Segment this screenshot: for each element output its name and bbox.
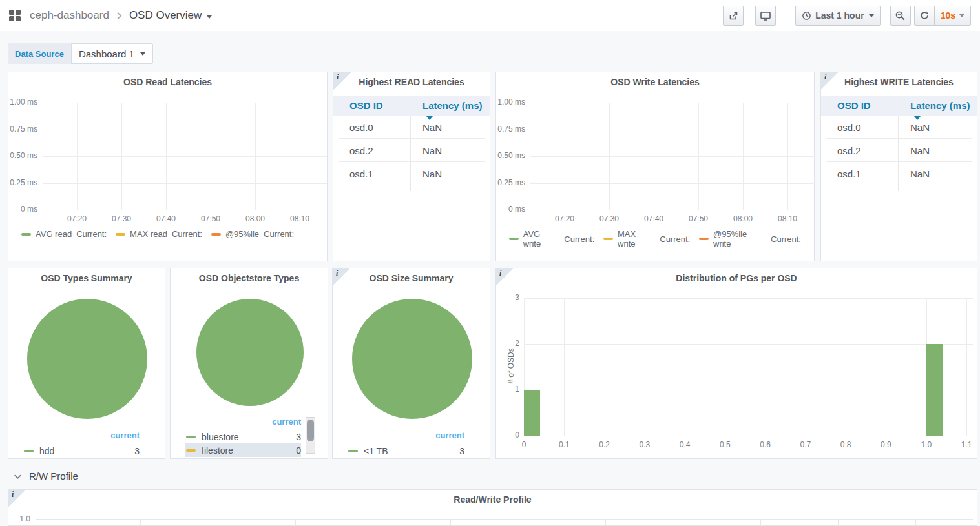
info-icon-letter: i (336, 268, 338, 278)
v-gridline (743, 103, 744, 210)
v-gridline (685, 298, 685, 436)
info-icon-letter: i (824, 72, 826, 82)
data-source-variable-select[interactable]: Dashboard 1 (71, 43, 153, 64)
legend-header-current[interactable]: current (110, 430, 140, 440)
h-gridline (43, 103, 327, 103)
legend-header-current[interactable]: current (435, 430, 464, 440)
share-icon (728, 10, 739, 21)
dashboard-title-caret-icon[interactable] (207, 10, 212, 21)
legend-scrollbar-thumb[interactable] (307, 420, 314, 441)
h-gridline (36, 519, 973, 520)
v-gridline (565, 103, 565, 210)
v-gridline (605, 298, 605, 436)
panel-title[interactable]: Distribution of PGs per OSD (496, 273, 977, 283)
column-header-label: Latency (ms) (910, 100, 970, 111)
legend-item[interactable]: AVG readCurrent: (21, 229, 107, 239)
legend-item[interactable]: @95%ile writeCurrent: (699, 229, 801, 248)
v-gridline (609, 103, 610, 210)
panel-title[interactable]: OSD Types Summary (8, 273, 165, 283)
y-tick-label: 0.75 ms (8, 125, 37, 134)
dashboards-grid-icon[interactable] (9, 10, 21, 21)
legend-item[interactable]: @95%ileCurrent: (211, 229, 294, 239)
panel-highest-read-latencies: i Highest READ Latencies OSD IDLatency (… (333, 72, 490, 261)
time-range-picker-button[interactable]: Last 1 hour (795, 6, 880, 26)
v-gridline (787, 103, 788, 210)
clock-icon (802, 11, 811, 21)
v-gridline (966, 298, 967, 436)
panel-title[interactable]: OSD Write Latencies (496, 77, 814, 87)
legend-label[interactable]: <1 TB (364, 446, 388, 456)
legend-color-swatch (211, 233, 221, 236)
panel-title[interactable]: Highest READ Latencies (333, 77, 490, 87)
legend-label[interactable]: filestore (202, 445, 233, 456)
breadcrumb-page-title[interactable]: OSD Overview (129, 9, 202, 22)
panel-highest-write-latencies: i Highest WRITE Latencies OSD IDLatency … (820, 72, 977, 261)
h-gridline (524, 390, 973, 390)
legend-label[interactable]: hdd (39, 446, 54, 456)
legend-current-label: Current: (660, 234, 690, 244)
legend-scrollbar-track[interactable] (306, 417, 315, 454)
legend-item[interactable]: MAX readCurrent: (116, 229, 202, 239)
share-dashboard-button[interactable] (723, 6, 744, 26)
legend-value: 3 (459, 446, 464, 456)
legend-label[interactable]: bluestore (202, 432, 239, 442)
panel-title[interactable]: OSD Read Latencies (8, 77, 327, 87)
table-row: osd.0NaN (821, 116, 977, 139)
panel-title[interactable]: Read/Write Profile (8, 494, 977, 505)
data-source-variable-label: Data Source (8, 43, 71, 64)
zoom-out-time-range-button[interactable] (890, 6, 911, 26)
legend-color-swatch (348, 450, 358, 452)
v-gridline (698, 103, 699, 210)
legend-color-swatch (116, 233, 125, 236)
info-icon[interactable]: i (333, 268, 350, 286)
legend-color-swatch (24, 450, 34, 452)
refresh-interval-button[interactable]: 10s (934, 6, 971, 26)
grafana-dashboard-screen: ceph-dashboard OSD Overview Last 1 hour (0, 0, 980, 526)
x-tick-label: 07:40 (148, 214, 184, 223)
h-gridline (524, 344, 973, 345)
info-icon[interactable]: i (333, 72, 351, 90)
panel-osd-read-latencies: OSD Read Latencies 1.00 ms0.75 ms0.50 ms… (8, 72, 328, 261)
y-tick-label: 0.25 ms (8, 178, 37, 187)
cycle-view-mode-button[interactable] (755, 6, 776, 26)
column-header[interactable]: OSD ID (349, 100, 383, 111)
x-tick-label: 0.9 (873, 440, 899, 449)
y-tick-label: 0 ms (496, 205, 525, 214)
v-gridline (683, 519, 683, 526)
panel-title[interactable]: OSD Size Summary (333, 273, 490, 283)
osd-id-cell: osd.0 (837, 122, 861, 133)
highest-write-latencies-table: OSD IDLatency (ms)osd.0NaNosd.2NaNosd.1N… (821, 72, 977, 261)
x-tick-label: 0.3 (632, 440, 658, 449)
info-icon[interactable]: i (821, 72, 839, 90)
row-toggle-rw-profile[interactable]: R/W Profile (8, 466, 977, 485)
osd-write-latencies-graph: 1.00 ms0.75 ms0.50 ms0.25 ms0 ms07:2007:… (496, 72, 814, 261)
v-gridline (63, 519, 63, 526)
legend-value: 3 (134, 446, 140, 456)
legend-item[interactable]: MAX writeCurrent: (603, 229, 690, 248)
info-icon[interactable]: i (496, 268, 514, 286)
legend-current-label: Current: (172, 229, 202, 239)
panel-osd-write-latencies: OSD Write Latencies 1.00 ms0.75 ms0.50 m… (495, 72, 815, 261)
legend-series-name: MAX read (130, 229, 167, 239)
legend-value: 3 (296, 432, 301, 442)
legend-series-name: AVG read (36, 229, 72, 239)
highest-read-latencies-table: OSD IDLatency (ms)osd.0NaNosd.2NaNosd.1N… (333, 72, 490, 261)
breadcrumb-dashboard-link[interactable]: ceph-dashboard (30, 9, 109, 22)
bar (524, 390, 540, 436)
panel-title[interactable]: Highest WRITE Latencies (821, 77, 977, 87)
osd-types-pie-chart: currenthdd3 (8, 268, 165, 458)
legend-item[interactable]: AVG writeCurrent: (509, 229, 594, 248)
y-tick-label: 0 ms (8, 205, 37, 214)
v-gridline (766, 298, 766, 436)
caret-down-icon (959, 14, 964, 17)
legend-header-current[interactable]: current (272, 417, 301, 427)
legend-current-label: Current: (564, 234, 594, 244)
h-gridline (530, 103, 815, 103)
h-gridline (43, 210, 327, 210)
panel-title[interactable]: OSD Objectstore Types (171, 273, 328, 283)
refresh-dashboard-button[interactable] (914, 6, 935, 26)
info-icon[interactable]: i (8, 490, 26, 507)
latency-cell: NaN (422, 122, 442, 133)
column-header[interactable]: OSD ID (837, 100, 871, 111)
x-tick-label: 07:50 (680, 214, 716, 223)
